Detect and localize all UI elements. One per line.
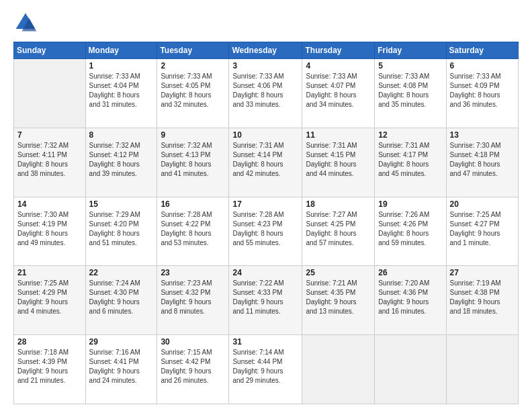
- logo-icon: [13, 11, 38, 35]
- day-number: 5: [378, 61, 442, 71]
- day-number: 29: [89, 337, 154, 347]
- calendar-cell: 30Sunrise: 7:15 AM Sunset: 4:42 PM Dayli…: [157, 335, 229, 404]
- calendar-header-monday: Monday: [85, 42, 157, 59]
- day-number: 26: [378, 268, 442, 277]
- calendar-cell: 21Sunrise: 7:25 AM Sunset: 4:29 PM Dayli…: [14, 266, 86, 335]
- calendar-cell: 6Sunrise: 7:33 AM Sunset: 4:09 PM Daylig…: [446, 59, 518, 128]
- calendar-cell: 29Sunrise: 7:16 AM Sunset: 4:41 PM Dayli…: [85, 335, 157, 404]
- day-number: 23: [161, 268, 225, 277]
- calendar-cell: 7Sunrise: 7:32 AM Sunset: 4:11 PM Daylig…: [14, 128, 86, 197]
- calendar-cell: 26Sunrise: 7:20 AM Sunset: 4:36 PM Dayli…: [375, 266, 446, 335]
- day-info: Sunrise: 7:30 AM Sunset: 4:19 PM Dayligh…: [17, 210, 82, 248]
- calendar-header-thursday: Thursday: [302, 42, 375, 59]
- day-info: Sunrise: 7:33 AM Sunset: 4:05 PM Dayligh…: [161, 72, 225, 109]
- day-info: Sunrise: 7:33 AM Sunset: 4:07 PM Dayligh…: [306, 72, 371, 109]
- day-info: Sunrise: 7:29 AM Sunset: 4:20 PM Dayligh…: [89, 210, 154, 248]
- calendar-week-row: 7Sunrise: 7:32 AM Sunset: 4:11 PM Daylig…: [14, 128, 519, 197]
- day-number: 22: [89, 268, 154, 277]
- calendar-cell: 12Sunrise: 7:31 AM Sunset: 4:17 PM Dayli…: [375, 128, 446, 197]
- day-info: Sunrise: 7:32 AM Sunset: 4:12 PM Dayligh…: [89, 141, 154, 179]
- calendar-cell: 3Sunrise: 7:33 AM Sunset: 4:06 PM Daylig…: [229, 59, 302, 128]
- calendar-week-row: 14Sunrise: 7:30 AM Sunset: 4:19 PM Dayli…: [14, 197, 519, 266]
- day-number: 15: [89, 199, 154, 209]
- day-number: 16: [161, 199, 225, 209]
- calendar-cell: 2Sunrise: 7:33 AM Sunset: 4:05 PM Daylig…: [157, 59, 229, 128]
- day-info: Sunrise: 7:28 AM Sunset: 4:22 PM Dayligh…: [161, 210, 225, 248]
- calendar-header-friday: Friday: [375, 42, 446, 59]
- calendar-week-row: 21Sunrise: 7:25 AM Sunset: 4:29 PM Dayli…: [14, 266, 519, 335]
- calendar-cell: [14, 59, 86, 128]
- day-number: 18: [306, 199, 371, 209]
- calendar-cell: 19Sunrise: 7:26 AM Sunset: 4:26 PM Dayli…: [375, 197, 446, 266]
- calendar-cell: 13Sunrise: 7:30 AM Sunset: 4:18 PM Dayli…: [446, 128, 518, 197]
- calendar-header-wednesday: Wednesday: [229, 42, 302, 59]
- day-info: Sunrise: 7:22 AM Sunset: 4:33 PM Dayligh…: [232, 279, 298, 316]
- calendar-cell: 11Sunrise: 7:31 AM Sunset: 4:15 PM Dayli…: [302, 128, 375, 197]
- day-number: 12: [378, 130, 442, 140]
- day-number: 14: [17, 199, 82, 209]
- day-info: Sunrise: 7:33 AM Sunset: 4:09 PM Dayligh…: [450, 72, 515, 109]
- day-number: 28: [17, 337, 82, 347]
- day-number: 1: [89, 61, 154, 71]
- calendar-cell: 18Sunrise: 7:27 AM Sunset: 4:25 PM Dayli…: [302, 197, 375, 266]
- day-number: 24: [232, 268, 298, 277]
- day-info: Sunrise: 7:16 AM Sunset: 4:41 PM Dayligh…: [89, 348, 154, 385]
- calendar-cell: [302, 335, 375, 404]
- calendar-cell: 4Sunrise: 7:33 AM Sunset: 4:07 PM Daylig…: [302, 59, 375, 128]
- day-info: Sunrise: 7:15 AM Sunset: 4:42 PM Dayligh…: [161, 348, 225, 385]
- calendar-cell: 23Sunrise: 7:23 AM Sunset: 4:32 PM Dayli…: [157, 266, 229, 335]
- calendar-cell: 20Sunrise: 7:25 AM Sunset: 4:27 PM Dayli…: [446, 197, 518, 266]
- calendar-cell: 15Sunrise: 7:29 AM Sunset: 4:20 PM Dayli…: [85, 197, 157, 266]
- calendar-header-sunday: Sunday: [14, 42, 86, 59]
- calendar-cell: 27Sunrise: 7:19 AM Sunset: 4:38 PM Dayli…: [446, 266, 518, 335]
- day-number: 10: [232, 130, 298, 140]
- day-number: 17: [232, 199, 298, 209]
- day-number: 30: [161, 337, 225, 347]
- day-info: Sunrise: 7:25 AM Sunset: 4:27 PM Dayligh…: [450, 210, 515, 248]
- calendar-header-row: SundayMondayTuesdayWednesdayThursdayFrid…: [14, 42, 519, 59]
- day-info: Sunrise: 7:33 AM Sunset: 4:08 PM Dayligh…: [378, 72, 442, 109]
- day-number: 8: [89, 130, 154, 140]
- day-info: Sunrise: 7:28 AM Sunset: 4:23 PM Dayligh…: [232, 210, 298, 248]
- day-number: 11: [306, 130, 371, 140]
- day-number: 9: [161, 130, 225, 140]
- day-number: 7: [17, 130, 82, 140]
- day-number: 6: [450, 61, 515, 71]
- calendar-cell: 10Sunrise: 7:31 AM Sunset: 4:14 PM Dayli…: [229, 128, 302, 197]
- day-info: Sunrise: 7:20 AM Sunset: 4:36 PM Dayligh…: [378, 279, 442, 316]
- calendar-table: SundayMondayTuesdayWednesdayThursdayFrid…: [13, 42, 519, 404]
- day-info: Sunrise: 7:31 AM Sunset: 4:17 PM Dayligh…: [378, 141, 442, 179]
- calendar-cell: 28Sunrise: 7:18 AM Sunset: 4:39 PM Dayli…: [14, 335, 86, 404]
- day-number: 27: [450, 268, 515, 277]
- day-number: 20: [450, 199, 515, 209]
- day-info: Sunrise: 7:31 AM Sunset: 4:15 PM Dayligh…: [306, 141, 371, 179]
- day-number: 21: [17, 268, 82, 277]
- day-number: 3: [232, 61, 298, 71]
- day-info: Sunrise: 7:14 AM Sunset: 4:44 PM Dayligh…: [232, 348, 298, 385]
- calendar-cell: 9Sunrise: 7:32 AM Sunset: 4:13 PM Daylig…: [157, 128, 229, 197]
- day-info: Sunrise: 7:19 AM Sunset: 4:38 PM Dayligh…: [450, 279, 515, 316]
- calendar-cell: 1Sunrise: 7:33 AM Sunset: 4:04 PM Daylig…: [85, 59, 157, 128]
- day-info: Sunrise: 7:30 AM Sunset: 4:18 PM Dayligh…: [450, 141, 515, 179]
- day-info: Sunrise: 7:26 AM Sunset: 4:26 PM Dayligh…: [378, 210, 442, 248]
- day-info: Sunrise: 7:31 AM Sunset: 4:14 PM Dayligh…: [232, 141, 298, 179]
- day-info: Sunrise: 7:25 AM Sunset: 4:29 PM Dayligh…: [17, 279, 82, 316]
- calendar-week-row: 28Sunrise: 7:18 AM Sunset: 4:39 PM Dayli…: [14, 335, 519, 404]
- calendar-cell: [446, 335, 518, 404]
- page-header: [13, 11, 519, 35]
- day-info: Sunrise: 7:32 AM Sunset: 4:11 PM Dayligh…: [17, 141, 82, 179]
- calendar-cell: [375, 335, 446, 404]
- calendar-cell: 8Sunrise: 7:32 AM Sunset: 4:12 PM Daylig…: [85, 128, 157, 197]
- day-info: Sunrise: 7:23 AM Sunset: 4:32 PM Dayligh…: [161, 279, 225, 316]
- calendar-cell: 22Sunrise: 7:24 AM Sunset: 4:30 PM Dayli…: [85, 266, 157, 335]
- day-number: 19: [378, 199, 442, 209]
- day-info: Sunrise: 7:21 AM Sunset: 4:35 PM Dayligh…: [306, 279, 371, 316]
- day-number: 31: [232, 337, 298, 347]
- day-info: Sunrise: 7:24 AM Sunset: 4:30 PM Dayligh…: [89, 279, 154, 316]
- day-info: Sunrise: 7:33 AM Sunset: 4:06 PM Dayligh…: [232, 72, 298, 109]
- calendar-cell: 17Sunrise: 7:28 AM Sunset: 4:23 PM Dayli…: [229, 197, 302, 266]
- day-number: 2: [161, 61, 225, 71]
- day-info: Sunrise: 7:18 AM Sunset: 4:39 PM Dayligh…: [17, 348, 82, 385]
- day-number: 4: [306, 61, 371, 71]
- day-info: Sunrise: 7:32 AM Sunset: 4:13 PM Dayligh…: [161, 141, 225, 179]
